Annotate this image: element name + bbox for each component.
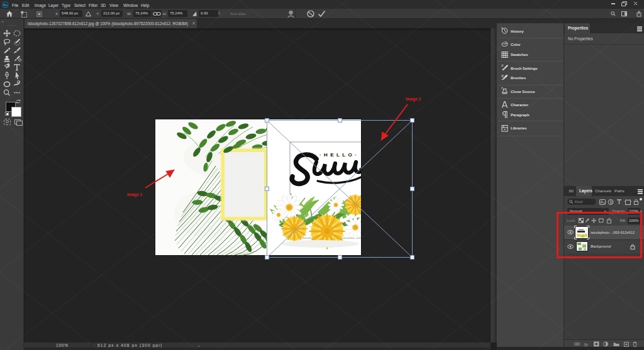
svg-text:Image 1: Image 1 bbox=[127, 192, 143, 197]
svg-text:fx: fx bbox=[584, 342, 588, 347]
svg-text:Image 2: Image 2 bbox=[406, 97, 421, 102]
